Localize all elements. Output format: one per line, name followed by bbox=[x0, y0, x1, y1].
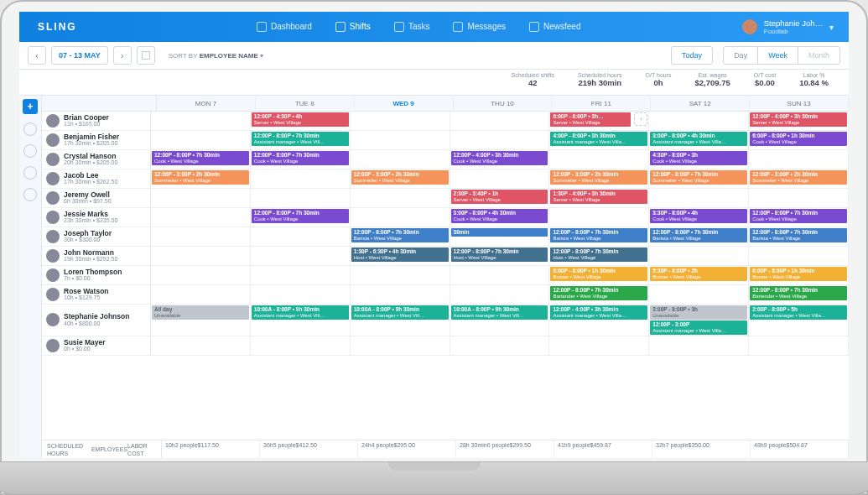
day-cell[interactable] bbox=[649, 336, 749, 355]
shift-block[interactable]: 12:00P - 8:00P • 7h 30minHost • West Vil… bbox=[550, 248, 647, 262]
shift-block[interactable]: 10:00A - 8:00P • 9h 30minAssistant manag… bbox=[252, 305, 349, 320]
filter-more-icon[interactable] bbox=[23, 188, 37, 201]
day-cell[interactable]: 3:00P - 8:00P • 4h 30minAssistant manage… bbox=[649, 131, 749, 149]
employee-name[interactable]: Brian Cooper bbox=[64, 114, 109, 122]
day-cell[interactable]: 6:00P - 8:00P • 1h 30minCook • West Vill… bbox=[749, 131, 849, 149]
prev-week-button[interactable]: ‹ bbox=[28, 46, 46, 65]
day-cell[interactable] bbox=[749, 150, 849, 169]
day-cell[interactable]: All dayUnavailable bbox=[151, 305, 251, 336]
day-cell[interactable]: 12:00P - 4:00P • 3h 30minAssistant manag… bbox=[549, 305, 649, 336]
day-cell[interactable] bbox=[251, 169, 351, 188]
filter-people-icon[interactable] bbox=[23, 144, 37, 158]
shift-block[interactable]: 2:00P - 8:00P • 5hAssistant manager • We… bbox=[750, 305, 847, 320]
day-cell[interactable] bbox=[450, 131, 550, 149]
shift-block[interactable]: 12:00P - 3:00P • 2h 30minSommelier • Wes… bbox=[550, 170, 647, 185]
shift-block[interactable]: 10:00A - 8:00P • 9h 30minAssistant manag… bbox=[451, 305, 548, 320]
day-cell[interactable] bbox=[351, 189, 450, 207]
nav-dashboard[interactable]: Dashboard bbox=[245, 12, 324, 42]
day-cell[interactable] bbox=[251, 336, 351, 355]
day-cell[interactable] bbox=[450, 112, 550, 130]
day-cell[interactable] bbox=[749, 189, 849, 207]
day-cell[interactable]: 6:00P - 8:00P • 1h 30minBusser • West Vi… bbox=[749, 266, 849, 284]
shift-block[interactable]: 12:00P - 8:00P • 7h 30minBarista • West … bbox=[750, 228, 847, 242]
day-cell[interactable]: 1:30P - 4:00P • 3h 30minServer • West Vi… bbox=[549, 189, 649, 207]
shift-block[interactable]: 6:00P - 8:00P • 1h 30minBusser • West Vi… bbox=[550, 267, 647, 281]
day-cell[interactable] bbox=[251, 266, 351, 284]
day-cell[interactable]: 10:00A - 8:00P • 9h 30minAssistant manag… bbox=[351, 305, 450, 336]
day-cell[interactable] bbox=[251, 247, 351, 265]
day-header[interactable]: WED 9 bbox=[355, 96, 454, 111]
day-cell[interactable] bbox=[450, 266, 550, 284]
shift-block[interactable]: 12:00P - 8:00P • 7h 30minCook • West Vil… bbox=[750, 209, 847, 223]
employee-name[interactable]: Jessie Marks bbox=[64, 211, 117, 218]
day-cell[interactable]: 12:00P - 8:00P • 7h 30minSommelier • Wes… bbox=[649, 169, 749, 188]
day-cell[interactable] bbox=[151, 189, 251, 207]
shift-block[interactable]: 12:00P - 3:00P • 2h 30minSommelier • Wes… bbox=[152, 170, 249, 185]
user-menu[interactable]: Stephanie Joh… Foodlab ▾ bbox=[742, 18, 849, 35]
shift-block[interactable]: 6:00P - 8:00P • 1h 30minCook • West Vill… bbox=[750, 132, 847, 146]
view-week-button[interactable]: Week bbox=[758, 47, 798, 64]
day-cell[interactable] bbox=[549, 336, 649, 355]
day-cell[interactable] bbox=[151, 247, 251, 265]
shift-block[interactable]: 12:00P - 8:00P • 7h 30minSommelier • Wes… bbox=[650, 170, 747, 185]
shift-block[interactable]: 12:00P - 8:00P • 7h 30minCook • West Vil… bbox=[152, 151, 249, 165]
shift-block[interactable]: 12:00P - 3:00PAssistant manager • West V… bbox=[650, 320, 747, 335]
today-button[interactable]: Today bbox=[671, 46, 713, 65]
employee-name[interactable]: Joseph Taylor bbox=[64, 230, 112, 237]
shift-block[interactable]: 1:30P - 6:30P • 4h 30minHost • West Vill… bbox=[351, 248, 449, 262]
shift-block[interactable]: 12:00P - 8:00P • 7h 30minBarista • West … bbox=[550, 228, 647, 242]
shift-block[interactable]: 4:30P - 8:00P • 3hCook • West Village bbox=[650, 151, 747, 165]
checkbox-toggle[interactable] bbox=[137, 46, 155, 65]
day-cell[interactable] bbox=[151, 336, 251, 355]
employee-name[interactable]: Jacob Lee bbox=[64, 172, 117, 180]
shift-block[interactable]: 12:00P - 8:00P • 7h 30minBarista • West … bbox=[650, 228, 747, 242]
shift-block[interactable]: 5:30P - 8:00P • 2hBusser • West Village bbox=[650, 267, 747, 281]
day-cell[interactable]: 10:00A - 8:00P • 9h 30minAssistant manag… bbox=[450, 305, 550, 336]
shift-block[interactable]: 10:00A - 8:00P • 9h 30minAssistant manag… bbox=[351, 305, 449, 320]
shift-block[interactable]: 6:00P - 8:00P • 1h 30minBusser • West Vi… bbox=[750, 267, 847, 281]
day-cell[interactable]: 12:00P - 8:00P • 7h 30minBartender • Wes… bbox=[749, 285, 849, 304]
day-cell[interactable] bbox=[649, 285, 749, 304]
day-cell[interactable] bbox=[151, 112, 251, 130]
day-cell[interactable] bbox=[151, 208, 251, 227]
day-cell[interactable]: 12:00P - 3:00P • 2h 30minSommelier • Wes… bbox=[351, 169, 450, 188]
shift-block[interactable]: 6:00P - 8:00P • 3h…Server • West Village bbox=[550, 112, 631, 127]
shift-block[interactable]: 12:00P - 8:00P • 7h 30minBarista • West … bbox=[351, 228, 449, 242]
day-cell[interactable] bbox=[549, 150, 649, 169]
day-cell[interactable] bbox=[351, 150, 450, 169]
shift-block[interactable]: 2:30P - 3:40P • 1hServer • West Village bbox=[451, 190, 548, 204]
day-cell[interactable] bbox=[151, 285, 251, 304]
day-cell[interactable]: 6:00P - 8:00P • 3h…Server • West Village… bbox=[549, 112, 649, 130]
shift-block[interactable]: 12:00P - 8:00P • 7h 30minBartender • Wes… bbox=[550, 286, 647, 300]
add-shift-slot[interactable]: + bbox=[634, 112, 647, 126]
day-cell[interactable]: 4:30P - 8:00P • 3hCook • West Village bbox=[649, 150, 749, 169]
employee-name[interactable]: Benjamin Fisher bbox=[64, 133, 119, 141]
day-cell[interactable] bbox=[649, 247, 749, 265]
day-cell[interactable] bbox=[649, 189, 749, 207]
shift-block[interactable]: 12:00P - 4:30P • 4hServer • West Village bbox=[252, 112, 349, 127]
nav-shifts[interactable]: Shifts bbox=[324, 12, 382, 44]
filter-clock-icon[interactable] bbox=[23, 166, 37, 180]
employee-name[interactable]: Jeremy Owell bbox=[64, 191, 112, 199]
day-cell[interactable]: 12:00P - 4:00P • 3h 30minServer • West V… bbox=[749, 112, 849, 130]
date-range-picker[interactable]: 07 - 13 MAY bbox=[51, 46, 108, 65]
day-cell[interactable]: 12:00P - 8:00P • 7h 30minHost • West Vil… bbox=[450, 247, 550, 265]
day-cell[interactable] bbox=[351, 266, 450, 284]
day-cell[interactable] bbox=[450, 285, 550, 304]
employee-name[interactable]: Crystal Hanson bbox=[64, 153, 117, 160]
employee-name[interactable]: John Normann bbox=[64, 249, 117, 257]
shift-block[interactable]: 12:00P - 3:00P • 2h 30minSommelier • Wes… bbox=[750, 170, 847, 185]
day-cell[interactable] bbox=[351, 208, 450, 227]
day-cell[interactable]: 12:00P - 3:00P • 2h 30minSommelier • Wes… bbox=[151, 169, 251, 188]
day-cell[interactable]: 12:00P - 8:00P • 7h 30minBarista • West … bbox=[351, 227, 450, 246]
day-cell[interactable] bbox=[251, 189, 351, 207]
add-shift-button[interactable]: + bbox=[23, 99, 38, 114]
day-cell[interactable] bbox=[251, 227, 351, 246]
shift-block[interactable]: 3:00P - 8:00P • 4h 30minAssistant manage… bbox=[650, 132, 747, 146]
day-cell[interactable]: 3:00P - 8:00P • 3hUnavailable12:00P - 3:… bbox=[649, 305, 749, 336]
day-cell[interactable]: 12:00P - 4:00P • 3h 30minCook • West Vil… bbox=[450, 150, 550, 169]
shift-block[interactable]: 12:00P - 8:00P • 7h 30minBartender • Wes… bbox=[750, 286, 847, 300]
day-cell[interactable]: 6:00P - 8:00P • 1h 30minBusser • West Vi… bbox=[549, 266, 649, 284]
day-cell[interactable] bbox=[649, 112, 749, 130]
day-cell[interactable]: 5:30P - 8:00P • 2hBusser • West Village bbox=[649, 266, 749, 284]
